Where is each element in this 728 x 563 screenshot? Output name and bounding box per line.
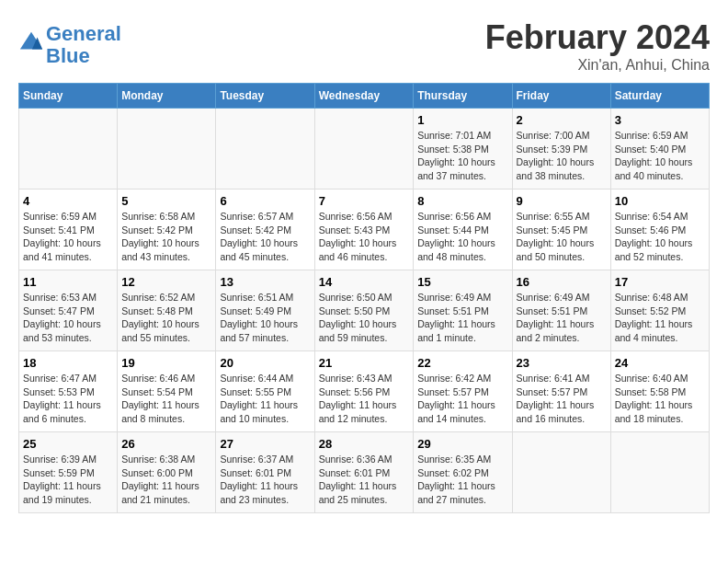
weekday-header-thursday: Thursday xyxy=(414,84,512,109)
week-row-5: 25Sunrise: 6:39 AM Sunset: 5:59 PM Dayli… xyxy=(19,432,710,513)
day-cell: 10Sunrise: 6:54 AM Sunset: 5:46 PM Dayli… xyxy=(610,190,709,270)
day-cell xyxy=(314,109,414,190)
day-info: Sunrise: 6:44 AM Sunset: 5:55 PM Dayligh… xyxy=(220,372,310,426)
day-info: Sunrise: 6:49 AM Sunset: 5:51 PM Dayligh… xyxy=(417,291,507,345)
weekday-header-saturday: Saturday xyxy=(610,84,709,109)
day-number: 16 xyxy=(517,275,607,289)
day-cell xyxy=(118,109,216,190)
day-info: Sunrise: 6:37 AM Sunset: 6:01 PM Dayligh… xyxy=(220,453,310,507)
day-info: Sunrise: 6:38 AM Sunset: 6:00 PM Dayligh… xyxy=(121,453,211,507)
day-number: 5 xyxy=(121,194,211,208)
day-number: 26 xyxy=(121,437,211,451)
day-info: Sunrise: 6:59 AM Sunset: 5:40 PM Dayligh… xyxy=(615,129,705,183)
day-cell: 7Sunrise: 6:56 AM Sunset: 5:43 PM Daylig… xyxy=(314,190,414,270)
day-cell: 11Sunrise: 6:53 AM Sunset: 5:47 PM Dayli… xyxy=(19,270,118,351)
day-cell: 3Sunrise: 6:59 AM Sunset: 5:40 PM Daylig… xyxy=(610,109,709,190)
day-info: Sunrise: 6:58 AM Sunset: 5:42 PM Dayligh… xyxy=(121,210,211,264)
day-cell: 27Sunrise: 6:37 AM Sunset: 6:01 PM Dayli… xyxy=(216,432,314,513)
location: Xin'an, Anhui, China xyxy=(485,57,710,74)
day-cell: 14Sunrise: 6:50 AM Sunset: 5:50 PM Dayli… xyxy=(314,270,414,351)
day-number: 18 xyxy=(23,356,113,370)
day-number: 29 xyxy=(417,437,507,451)
day-info: Sunrise: 6:56 AM Sunset: 5:43 PM Dayligh… xyxy=(319,210,410,264)
week-row-4: 18Sunrise: 6:47 AM Sunset: 5:53 PM Dayli… xyxy=(19,351,710,432)
day-number: 8 xyxy=(417,194,507,208)
day-cell xyxy=(512,432,610,513)
day-info: Sunrise: 6:52 AM Sunset: 5:48 PM Dayligh… xyxy=(121,291,211,345)
day-info: Sunrise: 6:46 AM Sunset: 5:54 PM Dayligh… xyxy=(121,372,211,426)
day-number: 12 xyxy=(121,275,211,289)
weekday-header-wednesday: Wednesday xyxy=(314,84,414,109)
day-info: Sunrise: 6:51 AM Sunset: 5:49 PM Dayligh… xyxy=(220,291,310,345)
weekday-header-friday: Friday xyxy=(512,84,610,109)
day-cell: 29Sunrise: 6:35 AM Sunset: 6:02 PM Dayli… xyxy=(414,432,512,513)
day-cell: 28Sunrise: 6:36 AM Sunset: 6:01 PM Dayli… xyxy=(314,432,414,513)
day-info: Sunrise: 6:56 AM Sunset: 5:44 PM Dayligh… xyxy=(417,210,507,264)
day-cell: 4Sunrise: 6:59 AM Sunset: 5:41 PM Daylig… xyxy=(19,190,118,270)
day-cell: 16Sunrise: 6:49 AM Sunset: 5:51 PM Dayli… xyxy=(512,270,610,351)
day-info: Sunrise: 6:59 AM Sunset: 5:41 PM Dayligh… xyxy=(23,210,113,264)
logo-text: General Blue xyxy=(46,23,121,67)
day-info: Sunrise: 7:01 AM Sunset: 5:38 PM Dayligh… xyxy=(417,129,507,183)
day-number: 11 xyxy=(23,275,113,289)
weekday-header-row: SundayMondayTuesdayWednesdayThursdayFrid… xyxy=(19,84,710,109)
logo-line2: Blue xyxy=(46,44,90,67)
day-number: 2 xyxy=(517,113,607,127)
day-number: 13 xyxy=(220,275,310,289)
logo: General Blue xyxy=(18,23,121,67)
day-number: 19 xyxy=(121,356,211,370)
day-cell: 22Sunrise: 6:42 AM Sunset: 5:57 PM Dayli… xyxy=(414,351,512,432)
day-number: 6 xyxy=(220,194,310,208)
day-number: 4 xyxy=(23,194,113,208)
day-cell: 5Sunrise: 6:58 AM Sunset: 5:42 PM Daylig… xyxy=(118,190,216,270)
day-number: 20 xyxy=(220,356,310,370)
day-info: Sunrise: 6:47 AM Sunset: 5:53 PM Dayligh… xyxy=(23,372,113,426)
day-info: Sunrise: 6:41 AM Sunset: 5:57 PM Dayligh… xyxy=(517,372,607,426)
day-cell: 2Sunrise: 7:00 AM Sunset: 5:39 PM Daylig… xyxy=(512,109,610,190)
day-number: 22 xyxy=(417,356,507,370)
day-cell: 18Sunrise: 6:47 AM Sunset: 5:53 PM Dayli… xyxy=(19,351,118,432)
day-info: Sunrise: 6:53 AM Sunset: 5:47 PM Dayligh… xyxy=(23,291,113,345)
day-number: 25 xyxy=(23,437,113,451)
title-block: February 2024 Xin'an, Anhui, China xyxy=(485,18,710,74)
day-cell: 21Sunrise: 6:43 AM Sunset: 5:56 PM Dayli… xyxy=(314,351,414,432)
day-number: 23 xyxy=(517,356,607,370)
day-info: Sunrise: 6:54 AM Sunset: 5:46 PM Dayligh… xyxy=(615,210,705,264)
day-number: 14 xyxy=(319,275,410,289)
day-info: Sunrise: 6:42 AM Sunset: 5:57 PM Dayligh… xyxy=(417,372,507,426)
week-row-2: 4Sunrise: 6:59 AM Sunset: 5:41 PM Daylig… xyxy=(19,190,710,270)
day-number: 9 xyxy=(517,194,607,208)
day-cell: 26Sunrise: 6:38 AM Sunset: 6:00 PM Dayli… xyxy=(118,432,216,513)
week-row-3: 11Sunrise: 6:53 AM Sunset: 5:47 PM Dayli… xyxy=(19,270,710,351)
day-cell: 20Sunrise: 6:44 AM Sunset: 5:55 PM Dayli… xyxy=(216,351,314,432)
calendar-table: SundayMondayTuesdayWednesdayThursdayFrid… xyxy=(18,83,710,513)
day-number: 21 xyxy=(319,356,410,370)
day-number: 10 xyxy=(615,194,705,208)
page-header: General Blue February 2024 Xin'an, Anhui… xyxy=(18,18,710,74)
logo-icon xyxy=(18,30,44,56)
day-cell: 25Sunrise: 6:39 AM Sunset: 5:59 PM Dayli… xyxy=(19,432,118,513)
day-cell xyxy=(610,432,709,513)
day-info: Sunrise: 6:57 AM Sunset: 5:42 PM Dayligh… xyxy=(220,210,310,264)
day-info: Sunrise: 6:48 AM Sunset: 5:52 PM Dayligh… xyxy=(615,291,705,345)
day-info: Sunrise: 6:43 AM Sunset: 5:56 PM Dayligh… xyxy=(319,372,410,426)
day-number: 7 xyxy=(319,194,410,208)
day-number: 15 xyxy=(417,275,507,289)
day-cell: 1Sunrise: 7:01 AM Sunset: 5:38 PM Daylig… xyxy=(414,109,512,190)
day-number: 17 xyxy=(615,275,705,289)
day-info: Sunrise: 6:36 AM Sunset: 6:01 PM Dayligh… xyxy=(319,453,410,507)
day-number: 1 xyxy=(417,113,507,127)
day-info: Sunrise: 7:00 AM Sunset: 5:39 PM Dayligh… xyxy=(517,129,607,183)
day-cell: 17Sunrise: 6:48 AM Sunset: 5:52 PM Dayli… xyxy=(610,270,709,351)
weekday-header-tuesday: Tuesday xyxy=(216,84,314,109)
day-cell: 6Sunrise: 6:57 AM Sunset: 5:42 PM Daylig… xyxy=(216,190,314,270)
weekday-header-sunday: Sunday xyxy=(19,84,118,109)
day-number: 27 xyxy=(220,437,310,451)
day-number: 3 xyxy=(615,113,705,127)
day-cell: 8Sunrise: 6:56 AM Sunset: 5:44 PM Daylig… xyxy=(414,190,512,270)
day-info: Sunrise: 6:40 AM Sunset: 5:58 PM Dayligh… xyxy=(615,372,705,426)
day-info: Sunrise: 6:55 AM Sunset: 5:45 PM Dayligh… xyxy=(517,210,607,264)
day-cell: 13Sunrise: 6:51 AM Sunset: 5:49 PM Dayli… xyxy=(216,270,314,351)
month-title: February 2024 xyxy=(485,18,710,57)
day-cell xyxy=(19,109,118,190)
